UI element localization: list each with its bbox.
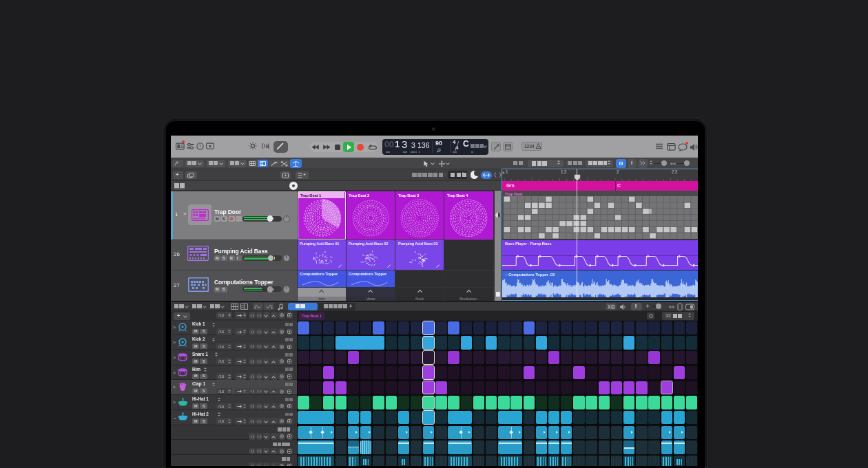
svg-text:Kick 2: Kick 2 [192,337,205,341]
svg-text:R: R [230,256,233,260]
svg-text:M: M [216,217,219,221]
svg-text:I: I [635,303,637,309]
svg-text:/: / [342,303,343,308]
svg-text:Rim: Rim [192,367,200,372]
svg-text:M: M [194,374,198,378]
svg-text:/16: /16 [218,344,225,348]
svg-text:3: 3 [402,138,407,150]
svg-text:S: S [203,374,205,378]
svg-text:S: S [223,287,225,291]
svg-text:Trap Beat 2: Trap Beat 2 [349,193,370,197]
svg-text:R: R [230,217,233,221]
svg-text:Clap 1: Clap 1 [192,381,205,387]
svg-text:S: S [203,389,205,393]
svg-text:S: S [203,404,205,408]
svg-text:Hi-Hat 2: Hi-Hat 2 [192,412,209,416]
svg-text:Computations Topper: Computations Topper [300,272,338,276]
svg-text:1234: 1234 [524,144,535,149]
svg-text:>: > [173,385,176,390]
svg-text::: : [293,442,294,446]
svg-text:C: C [463,139,469,149]
svg-text:M: M [194,404,198,408]
svg-text:Verse: Verse [366,297,375,301]
svg-text:>: > [183,211,187,217]
svg-text:◌ Computations Topper .03: ◌ Computations Topper .03 [505,272,555,276]
svg-text:M: M [216,256,219,260]
svg-text::: : [444,172,446,177]
svg-text:Pumping Acid Bass: Pumping Acid Bass [214,248,268,255]
svg-text:M: M [194,359,198,363]
svg-text:1: 1 [395,139,400,149]
svg-text:+: + [176,172,179,178]
svg-text:>: > [173,370,176,374]
svg-text:Kick 1: Kick 1 [192,321,205,326]
svg-text:Trap Beat 4: Trap Beat 4 [447,193,468,197]
svg-text:S: S [223,256,225,260]
svg-text:Snare 1: Snare 1 [192,352,208,357]
svg-text:Trap Beat 3: Trap Beat 3 [398,193,420,197]
svg-text:/16: /16 [218,389,225,393]
svg-text:M: M [194,329,198,333]
svg-text:M: M [194,344,198,348]
svg-text:26: 26 [174,251,180,257]
svg-text:Computations Topper: Computations Topper [214,279,273,286]
svg-text:Gm: Gm [506,182,515,187]
svg-text:/16: /16 [218,330,225,334]
svg-text:M: M [194,389,198,393]
svg-text:Intro: Intro [318,297,325,301]
svg-text:Computations Topper: Computations Topper [349,272,387,276]
svg-text:/16: /16 [218,359,225,363]
svg-text:/16: /16 [218,313,225,317]
svg-text:Trap Door: Trap Door [214,209,242,215]
svg-text:27: 27 [174,282,180,288]
svg-text:00: 00 [384,139,394,149]
svg-text:Breakdown: Breakdown [460,297,478,301]
svg-text:/16: /16 [218,404,225,408]
svg-text::: : [293,427,294,431]
svg-text:>: > [173,354,176,359]
svg-text::: : [293,457,294,461]
svg-text:>: > [173,325,176,330]
svg-text:>: > [173,340,176,345]
svg-text:Trap Beat: Trap Beat [505,192,523,196]
svg-text:S: S [203,344,205,348]
svg-text:3: 3 [411,142,415,149]
svg-text:M: M [194,419,198,423]
svg-text:/16: /16 [218,374,225,379]
svg-text:Hook: Hook [415,297,424,301]
svg-text:Hi-Hat 1: Hi-Hat 1 [192,396,209,401]
svg-text:⌄: ⌄ [173,414,177,419]
svg-text:32: 32 [665,313,671,318]
svg-text:Trap Beat 1: Trap Beat 1 [302,314,322,318]
svg-text:S: S [203,359,205,363]
svg-text:M: M [216,287,219,291]
svg-text::: : [524,160,525,165]
svg-text::: : [582,160,583,165]
svg-text:/16: /16 [218,419,225,423]
svg-text:?: ? [199,144,202,149]
svg-text:I: I [237,256,238,260]
svg-text:S: S [203,329,205,333]
svg-text:>: > [173,399,176,404]
svg-text:S: S [203,419,205,423]
svg-text:1: 1 [175,212,178,218]
svg-text:Trap Beat 1: Trap Beat 1 [300,193,322,197]
svg-text:C: C [617,182,621,187]
svg-text:I: I [631,160,632,167]
svg-text:90: 90 [435,140,442,147]
svg-text:136: 136 [417,142,430,149]
svg-text:S: S [223,217,225,221]
svg-text:+: + [177,313,180,319]
svg-text:I: I [237,217,238,221]
